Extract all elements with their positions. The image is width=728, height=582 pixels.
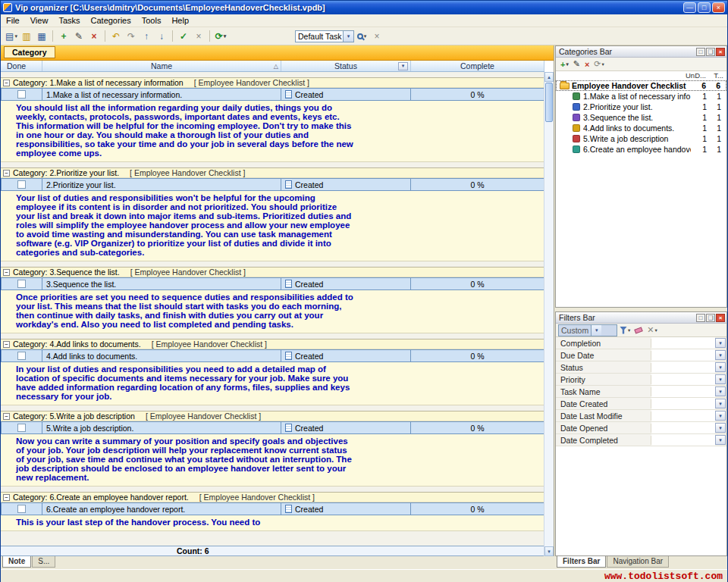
filter-value-field[interactable]: [651, 337, 715, 349]
filter-dropdown-icon[interactable]: ▾: [715, 338, 726, 348]
menu-item[interactable]: Tools: [136, 15, 167, 26]
scrollbar-thumb[interactable]: [545, 83, 553, 122]
task-status-cell[interactable]: Created: [281, 277, 411, 290]
group-header[interactable]: − Category: 4.Add links to documents. [ …: [1, 339, 544, 349]
chevron-down-icon[interactable]: ▾: [591, 325, 601, 336]
task-note[interactable]: This is your last step of the handover p…: [1, 515, 544, 531]
delete-category-icon[interactable]: ×: [582, 58, 592, 70]
panel-pin-icon[interactable]: ❑: [706, 314, 715, 322]
category-tree-item[interactable]: 6.Create an employee handove 1 1: [556, 144, 726, 155]
task-checkbox[interactable]: [17, 180, 26, 189]
minimize-button[interactable]: —: [683, 2, 696, 13]
column-header-name[interactable]: Name△: [42, 61, 281, 71]
filter-dropdown-icon[interactable]: ▾: [715, 399, 726, 408]
add-task-icon[interactable]: +: [56, 30, 71, 43]
filter-value-field[interactable]: [651, 434, 715, 446]
filter-value-field[interactable]: [651, 410, 715, 421]
collapse-icon[interactable]: −: [3, 494, 10, 501]
task-view-combobox[interactable]: Default Task V ▾: [295, 30, 354, 42]
group-header[interactable]: − Category: 6.Create an employee handove…: [1, 492, 544, 502]
task-status-cell[interactable]: Created: [281, 421, 411, 434]
filter-dropdown-icon[interactable]: ▾: [715, 374, 726, 384]
category-tree-item[interactable]: 2.Prioritize your list. 1 1: [556, 102, 726, 112]
task-name[interactable]: 3.Sequence the list.: [42, 277, 281, 290]
apply-filter-icon[interactable]: ▾: [617, 324, 632, 336]
menu-item[interactable]: Categories: [86, 15, 136, 26]
vertical-scrollbar[interactable]: ▴ ▾: [544, 72, 554, 556]
search-icon[interactable]: ▾: [354, 30, 369, 43]
group-header[interactable]: − Category: 3.Sequence the list. [ Emplo…: [1, 267, 544, 277]
menu-item[interactable]: File: [1, 15, 25, 26]
task-checkbox[interactable]: [17, 352, 26, 360]
category-tree-item[interactable]: 1.Make a list of necessary info 1 1: [556, 91, 726, 102]
collapse-icon[interactable]: −: [3, 413, 10, 420]
task-status-cell[interactable]: Created: [281, 502, 411, 515]
filter-dropdown-icon[interactable]: ▾: [715, 350, 726, 360]
maximize-button[interactable]: □: [698, 2, 711, 13]
tab-note[interactable]: Note: [2, 556, 31, 568]
task-checkbox[interactable]: [17, 424, 26, 432]
filter-value-field[interactable]: [651, 349, 715, 361]
category-tree-root[interactable]: Employee Handover Checklist 6 6: [556, 80, 726, 91]
category-options-icon[interactable]: ⟳▾: [592, 58, 606, 70]
task-checkbox[interactable]: [17, 90, 26, 99]
filter-value-field[interactable]: [651, 374, 715, 385]
task-status-cell[interactable]: Created: [281, 349, 411, 362]
task-complete[interactable]: 0 %: [411, 421, 544, 434]
scroll-up-icon[interactable]: ▴: [544, 72, 554, 82]
column-header-status[interactable]: Status▾: [281, 61, 411, 71]
filter-preset-combobox[interactable]: Custom ▾: [558, 324, 617, 336]
status-filter-icon[interactable]: ▾: [398, 62, 408, 70]
move-down-icon[interactable]: ↓: [154, 30, 169, 43]
group-header[interactable]: − Category: 2.Prioritize your list. [ Em…: [1, 167, 544, 178]
category-tree-item[interactable]: 5.Write a job description 1 1: [556, 133, 726, 144]
task-note[interactable]: Your list of duties and responsibilities…: [1, 191, 544, 261]
panel-close-icon[interactable]: ×: [716, 48, 725, 56]
panel-restore-icon[interactable]: □: [696, 48, 705, 56]
column-header-complete[interactable]: Complete: [411, 61, 544, 71]
menu-item[interactable]: Help: [166, 15, 194, 26]
task-name[interactable]: 4.Add links to documents.: [42, 349, 281, 362]
task-row[interactable]: 3.Sequence the list. Created 0 %: [1, 277, 544, 290]
filter-dropdown-icon[interactable]: ▾: [715, 362, 726, 372]
group-header[interactable]: − Category: 5.Write a job description [ …: [1, 411, 544, 421]
redo-icon[interactable]: ↷: [124, 30, 139, 43]
save-icon[interactable]: ▦: [34, 30, 49, 43]
close-button[interactable]: ×: [712, 2, 725, 13]
collapse-icon[interactable]: −: [3, 341, 10, 348]
task-note[interactable]: In your list of duties and responsibilit…: [1, 362, 544, 405]
collapse-icon[interactable]: −: [3, 170, 10, 177]
group-header[interactable]: − Category: 1.Make a list of necessary i…: [1, 77, 544, 88]
filter-dropdown-icon[interactable]: ▾: [715, 411, 726, 421]
clear-filter-icon[interactable]: [632, 324, 645, 336]
task-complete[interactable]: 0 %: [411, 178, 544, 191]
task-note[interactable]: Now you can write a summary of your posi…: [1, 434, 544, 487]
task-status-cell[interactable]: Created: [281, 178, 411, 191]
category-tree-item[interactable]: 4.Add links to documents. 1 1: [556, 123, 726, 133]
tab-navigation-bar[interactable]: Navigation Bar: [607, 556, 669, 568]
category-tree-item[interactable]: 3.Sequence the list. 1 1: [556, 112, 726, 123]
edit-task-icon[interactable]: ✎: [71, 30, 86, 43]
undo-icon[interactable]: ↶: [108, 30, 124, 43]
task-complete[interactable]: 0 %: [411, 88, 544, 101]
move-up-icon[interactable]: ↑: [139, 30, 154, 43]
filter-value-field[interactable]: [651, 398, 715, 409]
task-name[interactable]: 5.Write a job description.: [42, 421, 281, 434]
collapse-icon[interactable]: −: [3, 269, 10, 276]
complete-task-icon[interactable]: ✓: [176, 30, 191, 43]
new-category-icon[interactable]: +▾: [558, 58, 571, 70]
task-note[interactable]: You should list all the information rega…: [1, 101, 544, 162]
task-row[interactable]: 5.Write a job description. Created 0 %: [1, 421, 544, 434]
task-complete[interactable]: 0 %: [411, 349, 544, 362]
task-row[interactable]: 4.Add links to documents. Created 0 %: [1, 349, 544, 362]
task-status-cell[interactable]: Created: [281, 88, 411, 101]
filter-dropdown-icon[interactable]: ▾: [715, 423, 726, 433]
task-row[interactable]: 1.Make a list of necessary information. …: [1, 88, 544, 101]
task-complete[interactable]: 0 %: [411, 502, 544, 515]
task-checkbox[interactable]: [17, 505, 26, 513]
open-database-icon[interactable]: ▥: [19, 30, 34, 43]
group-by-category-chip[interactable]: Category: [4, 46, 55, 58]
panel-pin-icon[interactable]: ❑: [706, 48, 715, 56]
task-checkbox[interactable]: [17, 280, 26, 288]
panel-restore-icon[interactable]: □: [696, 314, 705, 322]
